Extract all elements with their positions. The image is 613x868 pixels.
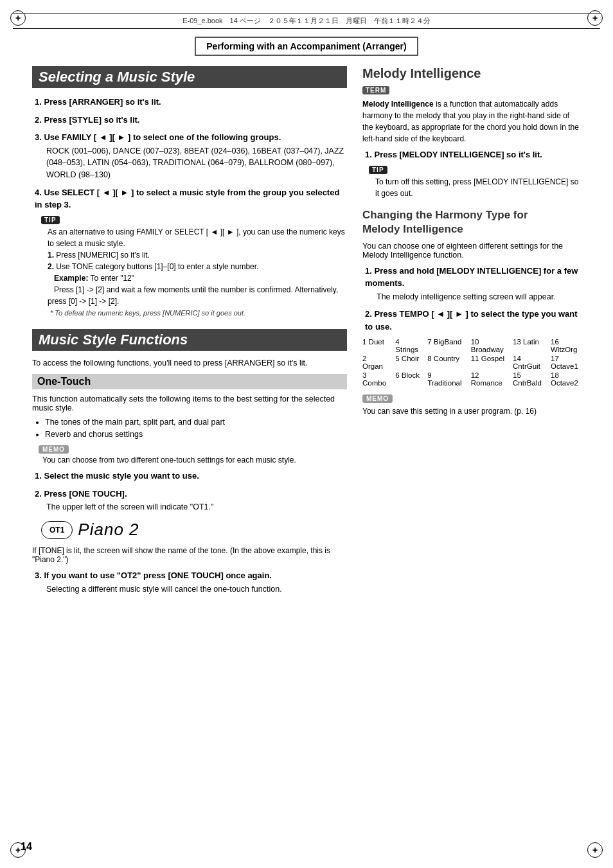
ht-1: 1 Duet [362,338,389,353]
file-header: E-09_e.book 14 ページ ２０５年１１月２１日 月曜日 午前１１時２… [13,13,600,29]
file-header-text: E-09_e.book 14 ページ ２０５年１１月２１日 月曜日 午前１１時２… [182,17,431,24]
ht-4: 4 Strings [395,338,421,353]
right-column: Melody Intelligence TERM Melody Intellig… [362,66,581,600]
ht-9: 9 Traditional [427,371,464,387]
bullet-2: Reverb and chorus settings [45,429,347,441]
term-badge: TERM [362,86,389,94]
footnote: * To defeat the numeric keys, press [NUM… [50,309,245,317]
ht-10: 10 Broadway [471,338,506,353]
selecting-music-style-section: Selecting a Music Style 1. Press [ARRANG… [32,66,347,319]
step-4: 4. Use SELECT [ ◄ ][ ► ] to select a mus… [32,186,347,319]
reg-mark-br [587,842,603,858]
ot-step-2: 2. Press [ONE TOUCH]. The upper left of … [32,488,347,513]
changing-harmony-heading: Changing the Harmony Type forMelody Inte… [362,208,581,236]
section-title-box: Performing with an Accompaniment (Arrang… [195,37,418,56]
mi-tip-badge: TIP [369,166,387,174]
ht-12: 12 Romance [471,371,506,387]
ot-label: OT1 [41,521,73,539]
ch-memo-badge: MEMO [362,394,393,403]
changing-harmony-section: Changing the Harmony Type forMelody Inte… [362,208,581,416]
melody-intelligence-section: Melody Intelligence TERM Melody Intellig… [362,66,581,199]
ot-piano-text: Piano 2 [78,520,139,540]
ch-step-2: 2. Press TEMPO [ ◄ ][ ► ] to select the … [362,308,581,333]
one-touch-bullets: The tones of the main part, split part, … [45,416,347,441]
section-title-text: Performing with an Accompaniment (Arrang… [206,41,406,51]
ot-step-1: 1. Select the music style you want to us… [32,470,347,483]
ht-17: 17 Octave1 [551,355,581,370]
reg-mark-tl [10,10,26,26]
ht-3: 3 Combo [362,371,389,387]
term-area: TERM Melody Intelligence is a function t… [362,85,581,145]
music-style-intro: To access the following functions, you'l… [32,359,347,368]
ht-2: 2 Organ [362,355,389,370]
reg-mark-tr [587,10,603,26]
one-touch-section: One-Touch This function automatically se… [32,374,347,596]
ch-memo-text: You can save this setting in a user prog… [362,407,581,416]
mi-tip-content: To turn off this setting, press [MELODY … [375,176,581,199]
ht-18: 18 Octave2 [551,371,581,387]
ch-memo: MEMO You can save this setting in a user… [362,393,581,416]
ht-11: 11 Gospel [471,355,506,370]
term-text: Melody Intelligence is a function that a… [362,98,581,145]
step-3: 3. Use FAMILY [ ◄ ][ ► ] to select one o… [32,131,347,181]
left-column: Selecting a Music Style 1. Press [ARRANG… [32,66,347,600]
music-style-functions-heading: Music Style Functions [32,329,347,351]
page-number: 14 [21,841,32,853]
ot-step-3-detail: Selecting a different music style will c… [46,583,347,596]
after-display-text: If [TONE] is lit, the screen will show t… [32,546,347,564]
memo-badge: MEMO [39,445,69,454]
ot-step-2-detail: The upper left of the screen will indica… [46,501,347,513]
mi-step-1: 1. Press [MELODY INTELLIGENCE] so it's l… [362,148,581,199]
one-touch-intro: This function automatically sets the fol… [32,394,347,412]
harmony-types-grid: 1 Duet 4 Strings 7 BigBand 10 Broadway 1… [362,338,581,387]
ht-5: 5 Choir [395,355,421,370]
ht-16: 16 WltzOrg [551,338,581,353]
ht-15: 15 CntrBald [513,371,544,387]
step-1: 1. Press [ARRANGER] so it's lit. [32,96,347,109]
ht-14: 14 CntrGuit [513,355,544,370]
ht-6: 6 Block [395,371,421,387]
selecting-music-style-heading: Selecting a Music Style [32,66,347,88]
ht-8: 8 Country [427,355,464,370]
step-2: 2. Press [STYLE] so it's lit. [32,114,347,127]
ht-7: 7 BigBand [427,338,464,353]
tip-badge: TIP [41,216,60,224]
bullet-1: The tones of the main part, split part, … [45,416,347,429]
step-3-details: ROCK (001–006), DANCE (007–023), 8BEAT (… [46,145,347,181]
ot-step-3: 3. If you want to use "OT2" press [ONE T… [32,569,347,595]
ot-display: OT1 Piano 2 [41,520,347,540]
memo-text: You can choose from two different one-to… [42,456,347,465]
ht-13: 13 Latin [513,338,544,353]
ch-step-1: 1. Press and hold [MELODY INTELLIGENCE] … [362,265,581,303]
one-touch-heading: One-Touch [32,374,347,389]
tip-content: As an alternative to using FAMILY or SEL… [48,226,347,319]
music-style-functions-section: Music Style Functions To access the foll… [32,329,347,596]
ch-step-1-detail: The melody intelligence setting screen w… [377,291,581,303]
one-touch-memo: MEMO You can choose from two different o… [39,444,347,465]
melody-intelligence-heading: Melody Intelligence [362,66,581,81]
changing-harmony-intro: You can choose one of eighteen different… [362,242,581,260]
